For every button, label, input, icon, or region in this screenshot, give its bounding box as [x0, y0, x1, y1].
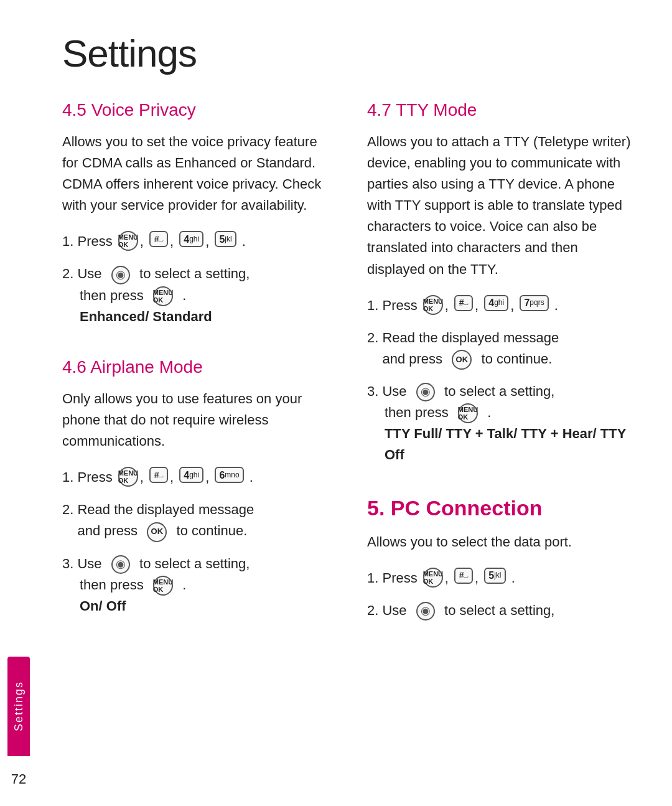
column-right: 4.7 TTY Mode Allows you to attach a TTY …	[367, 100, 635, 775]
section-5-step1: 1. Press MENUOK , #⎵ , 5jkl .	[367, 568, 635, 589]
5jkl-key-2: 5jkl	[484, 568, 505, 584]
menu-ok-key-2: MENUOK	[153, 286, 173, 306]
step-number: 1. Press	[62, 231, 116, 252]
section-47: 4.7 TTY Mode Allows you to attach a TTY …	[367, 100, 635, 466]
hash-key-4: #⎵	[454, 568, 473, 584]
nav-key-1: ◉	[111, 266, 130, 284]
section-45-heading: 4.5 Voice Privacy	[62, 100, 330, 120]
section-46-heading: 4.6 Airplane Mode	[62, 357, 330, 377]
section-46-option: On/ Off	[62, 596, 126, 617]
section-5: 5. PC Connection Allows you to select th…	[367, 496, 635, 621]
sidebar: Settings 72	[0, 0, 37, 806]
section-5-heading: 5. PC Connection	[367, 496, 635, 520]
nav-key-2: ◉	[111, 555, 130, 574]
hash-key-2: #⎵	[149, 467, 168, 483]
main-content: Settings 4.5 Voice Privacy Allows you to…	[37, 0, 672, 806]
section-47-step1: 1. Press MENUOK , #⎵ , 4ghi , 7pqrs .	[367, 295, 635, 316]
page-title: Settings	[62, 31, 635, 75]
step2-text: 2. Use	[62, 266, 106, 281]
section-47-step2: 2. Read the displayed message and press …	[367, 327, 635, 370]
nav-key-3: ◉	[416, 383, 435, 401]
section-47-step3: 3. Use ◉ to select a setting, then press…	[367, 381, 635, 466]
ok-key-1: OK	[147, 522, 167, 542]
menu-ok-key-4: MENUOK	[153, 576, 173, 596]
section-45: 4.5 Voice Privacy Allows you to set the …	[62, 100, 330, 327]
nav-key-4: ◉	[416, 602, 435, 621]
section-46-step1: 1. Press MENUOK , #⎵ , 4ghi , 6mno .	[62, 467, 330, 488]
sidebar-tab: Settings	[7, 657, 30, 756]
section-46-step3: 3. Use ◉ to select a setting, then press…	[62, 553, 330, 617]
section-46-body: Only allows you to use features on your …	[62, 388, 330, 452]
content-columns: 4.5 Voice Privacy Allows you to set the …	[62, 100, 635, 775]
section-46: 4.6 Airplane Mode Only allows you to use…	[62, 357, 330, 617]
hash-key-3: #⎵	[454, 295, 473, 311]
section-45-step1: 1. Press MENUOK , #⎵ , 4ghi , 5jkl .	[62, 231, 330, 252]
menu-ok-key-1: MENUOK	[118, 231, 138, 251]
menu-ok-key-6: MENUOK	[458, 403, 478, 423]
section-47-heading: 4.7 TTY Mode	[367, 100, 635, 120]
section-47-body: Allows you to attach a TTY (Teletype wri…	[367, 131, 635, 280]
section-45-step2: 2. Use ◉ to select a setting, then press…	[62, 263, 330, 327]
menu-ok-key-7: MENUOK	[423, 568, 443, 588]
4ghi-key-3: 4ghi	[484, 295, 508, 311]
6mno-key: 6mno	[215, 467, 243, 483]
7pqrs-key: 7pqrs	[520, 295, 548, 311]
page-number: 72	[11, 771, 26, 787]
section-5-body: Allows you to select the data port.	[367, 532, 635, 553]
4ghi-key-1: 4ghi	[179, 231, 203, 247]
5jkl-key-1: 5jkl	[215, 231, 236, 247]
4ghi-key-2: 4ghi	[179, 467, 203, 483]
section-45-body: Allows you to set the voice privacy feat…	[62, 131, 330, 216]
menu-ok-key-3: MENUOK	[118, 467, 138, 487]
section-47-option: TTY Full/ TTY + Talk/ TTY + Hear/ TTY Of…	[367, 423, 635, 466]
sidebar-label: Settings	[12, 681, 26, 731]
column-left: 4.5 Voice Privacy Allows you to set the …	[62, 100, 330, 775]
section-45-option: Enhanced/ Standard	[62, 306, 212, 327]
section-5-step2: 2. Use ◉ to select a setting,	[367, 600, 635, 621]
ok-key-2: OK	[452, 350, 472, 370]
hash-key-1: #⎵	[149, 231, 168, 247]
menu-ok-key-5: MENUOK	[423, 295, 443, 315]
section-46-step2: 2. Read the displayed message and press …	[62, 499, 330, 541]
